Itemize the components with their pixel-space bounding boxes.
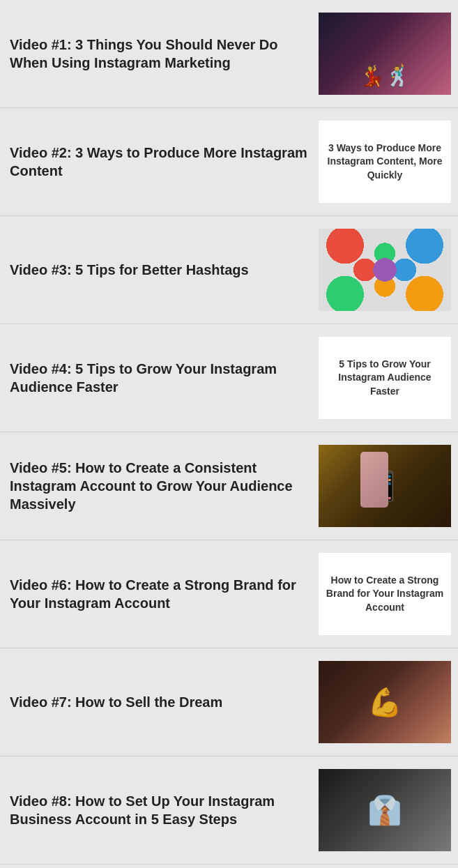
thumbnail-text: 3 Ways to Produce More Instagram Content… [319, 121, 451, 203]
video-thumbnail: 5 Tips to Grow Your Instagram Audience F… [319, 337, 451, 419]
list-item[interactable]: Video #6: How to Create a Strong Brand f… [0, 540, 458, 648]
video-title: Video #1: 3 Things You Should Never Do W… [10, 36, 319, 72]
video-thumbnail [319, 13, 451, 95]
video-thumbnail [319, 769, 451, 851]
list-item[interactable]: Video #3: 5 Tips for Better Hashtags [0, 216, 458, 324]
video-thumbnail [319, 229, 451, 311]
list-item[interactable]: Video #2: 3 Ways to Produce More Instagr… [0, 108, 458, 216]
video-list: Video #1: 3 Things You Should Never Do W… [0, 0, 458, 868]
video-thumbnail: How to Create a Strong Brand for Your In… [319, 553, 451, 635]
list-item[interactable]: Video #1: 3 Things You Should Never Do W… [0, 0, 458, 108]
video-title: Video #4: 5 Tips to Grow Your Instagram … [10, 360, 319, 396]
thumbnail-text: 5 Tips to Grow Your Instagram Audience F… [319, 337, 451, 419]
list-item[interactable]: Video #9: How to Use Influencer Marketin… [0, 865, 458, 868]
video-title: Video #7: How to Sell the Dream [10, 693, 319, 711]
video-title: Video #8: How to Set Up Your Instagram B… [10, 792, 319, 828]
video-title: Video #6: How to Create a Strong Brand f… [10, 576, 319, 612]
thumbnail-text: How to Create a Strong Brand for Your In… [319, 553, 451, 635]
video-thumbnail: 3 Ways to Produce More Instagram Content… [319, 121, 451, 203]
video-thumbnail [319, 661, 451, 743]
video-title: Video #2: 3 Ways to Produce More Instagr… [10, 144, 319, 180]
video-thumbnail [319, 445, 451, 527]
video-title: Video #3: 5 Tips for Better Hashtags [10, 261, 319, 279]
video-title: Video #5: How to Create a Consistent Ins… [10, 459, 319, 513]
list-item[interactable]: Video #4: 5 Tips to Grow Your Instagram … [0, 324, 458, 432]
thumbnail-puzzle-pattern [319, 229, 451, 311]
list-item[interactable]: Video #7: How to Sell the Dream [0, 648, 458, 756]
list-item[interactable]: Video #5: How to Create a Consistent Ins… [0, 432, 458, 540]
list-item[interactable]: Video #8: How to Set Up Your Instagram B… [0, 756, 458, 865]
